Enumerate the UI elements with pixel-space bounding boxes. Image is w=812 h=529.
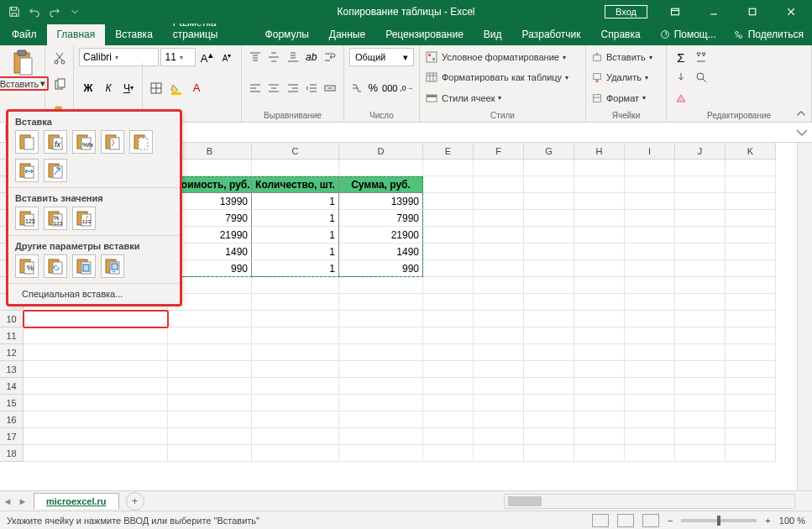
table-data-cell[interactable]: 1 (252, 260, 339, 277)
cell[interactable] (625, 445, 675, 462)
tab-data[interactable]: Данные (319, 24, 375, 45)
zoom-out-button[interactable]: − (668, 516, 673, 526)
cell[interactable] (675, 227, 726, 244)
currency-icon[interactable] (349, 79, 364, 97)
cell[interactable] (625, 395, 675, 411)
cell[interactable] (339, 160, 423, 176)
format-cells-button[interactable]: Формат▾ (591, 89, 661, 107)
cell[interactable] (625, 277, 675, 294)
cell[interactable] (524, 428, 574, 445)
cell[interactable] (726, 210, 776, 227)
cell[interactable] (423, 445, 474, 462)
table-data-cell[interactable]: 990 (339, 260, 423, 277)
table-data-cell[interactable]: 21900 (339, 227, 423, 244)
table-data-cell[interactable]: 21990 (168, 227, 252, 244)
cell[interactable] (625, 327, 675, 344)
paste-keep-source-icon[interactable] (101, 130, 124, 154)
cell[interactable] (423, 378, 474, 395)
cell[interactable] (675, 344, 726, 361)
cell[interactable] (423, 277, 474, 294)
cell[interactable] (574, 160, 625, 176)
tab-insert[interactable]: Вставка (105, 24, 163, 45)
minimize-button[interactable] (696, 0, 731, 24)
paste-transpose-icon[interactable] (44, 159, 67, 182)
tab-review[interactable]: Рецензирование (375, 24, 474, 45)
paste-formulas-number-icon[interactable]: %fx (72, 130, 96, 154)
cell[interactable] (726, 395, 776, 411)
column-header[interactable]: J (675, 143, 726, 160)
tab-formulas[interactable]: Формулы (255, 24, 319, 45)
expand-formula-bar-icon[interactable] (792, 124, 812, 141)
cell[interactable] (423, 193, 474, 210)
cell[interactable] (474, 411, 524, 428)
cell[interactable] (474, 445, 524, 462)
cell[interactable] (675, 395, 726, 411)
column-header[interactable]: F (474, 143, 524, 160)
horizontal-scrollbar[interactable] (504, 494, 795, 509)
table-data-cell[interactable]: 7990 (339, 210, 423, 227)
cell[interactable] (474, 361, 524, 378)
sheet-tab-active[interactable]: microexcel.ru (34, 493, 119, 509)
clear-icon[interactable] (672, 89, 690, 107)
underline-button[interactable]: Ч▾ (119, 79, 138, 97)
new-sheet-button[interactable]: + (126, 492, 144, 511)
cell[interactable] (339, 327, 423, 344)
cell[interactable] (574, 428, 625, 445)
cell[interactable] (675, 210, 726, 227)
table-data-cell[interactable]: 13990 (339, 193, 423, 210)
cell[interactable] (252, 344, 339, 361)
cell[interactable] (474, 428, 524, 445)
cell[interactable] (339, 311, 423, 327)
column-header[interactable]: D (339, 143, 423, 160)
row-header[interactable]: 10 (0, 311, 24, 327)
cell[interactable] (168, 311, 252, 327)
cell[interactable] (726, 294, 776, 311)
cell[interactable] (524, 361, 574, 378)
row-header[interactable]: 17 (0, 428, 24, 445)
undo-icon[interactable] (25, 3, 44, 21)
cell[interactable] (339, 277, 423, 294)
paste-link-icon[interactable] (44, 254, 67, 278)
cell[interactable] (168, 344, 252, 361)
cell[interactable] (726, 344, 776, 361)
column-header[interactable]: C (252, 143, 339, 160)
cell[interactable] (574, 395, 625, 411)
cell[interactable] (339, 395, 423, 411)
cell[interactable] (675, 193, 726, 210)
align-top-icon[interactable] (247, 48, 264, 66)
delete-cells-button[interactable]: Удалить▾ (591, 68, 661, 86)
cell[interactable] (675, 260, 726, 277)
cell[interactable] (252, 160, 339, 176)
cell[interactable] (524, 344, 574, 361)
tab-help[interactable]: Справка (591, 24, 651, 45)
cell[interactable] (474, 327, 524, 344)
cell[interactable] (726, 244, 776, 260)
cell[interactable] (574, 193, 625, 210)
font-color-icon[interactable]: A (187, 79, 206, 97)
cell[interactable] (675, 445, 726, 462)
cell[interactable] (726, 227, 776, 244)
conditional-formatting-button[interactable]: Условное форматирование▾ (425, 48, 580, 66)
cell[interactable] (474, 378, 524, 395)
paste-values-number-icon[interactable]: %123 (44, 207, 67, 230)
row-header[interactable]: 16 (0, 411, 24, 428)
cell[interactable] (625, 193, 675, 210)
cell[interactable] (24, 395, 168, 411)
cell[interactable] (524, 210, 574, 227)
page-layout-view-icon[interactable] (617, 514, 634, 527)
table-data-cell[interactable]: 13990 (168, 193, 252, 210)
column-header[interactable]: E (423, 143, 474, 160)
cell[interactable] (625, 176, 675, 193)
number-format-select[interactable]: Общий▾ (349, 48, 414, 66)
cell[interactable] (474, 193, 524, 210)
cell[interactable] (726, 311, 776, 327)
maximize-button[interactable] (735, 0, 770, 24)
font-name-select[interactable]: Calibri▾ (79, 48, 159, 66)
cell[interactable] (24, 428, 168, 445)
cell[interactable] (168, 395, 252, 411)
cell[interactable] (24, 378, 168, 395)
paste-keep-widths-icon[interactable] (15, 159, 39, 182)
table-data-cell[interactable]: 7990 (168, 210, 252, 227)
table-data-cell[interactable]: 1490 (339, 244, 423, 260)
italic-button[interactable]: К (99, 79, 118, 97)
